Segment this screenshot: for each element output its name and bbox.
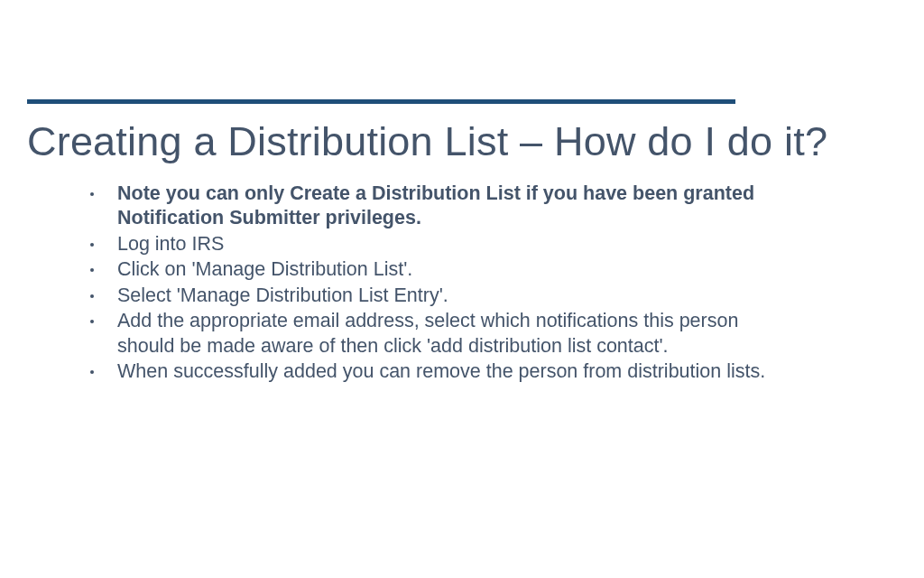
list-item: Note you can only Create a Distribution … xyxy=(90,182,771,231)
slide-container: Creating a Distribution List – How do I … xyxy=(0,99,924,578)
list-item-text: Note you can only Create a Distribution … xyxy=(117,182,754,229)
list-item-text: Add the appropriate email address, selec… xyxy=(117,310,738,357)
bullet-list: Note you can only Create a Distribution … xyxy=(27,182,897,385)
list-item-text: Select 'Manage Distribution List Entry'. xyxy=(117,284,448,306)
list-item: When successfully added you can remove t… xyxy=(90,359,771,385)
list-item: Add the appropriate email address, selec… xyxy=(90,309,771,359)
title-divider xyxy=(27,99,735,104)
slide-title: Creating a Distribution List – How do I … xyxy=(27,118,897,165)
list-item-text: When successfully added you can remove t… xyxy=(117,360,765,382)
list-item: Select 'Manage Distribution List Entry'. xyxy=(90,284,771,309)
list-item: Click on 'Manage Distribution List'. xyxy=(90,257,771,283)
list-item: Log into IRS xyxy=(90,232,771,257)
list-item-text: Log into IRS xyxy=(117,233,224,255)
list-item-text: Click on 'Manage Distribution List'. xyxy=(117,258,412,280)
